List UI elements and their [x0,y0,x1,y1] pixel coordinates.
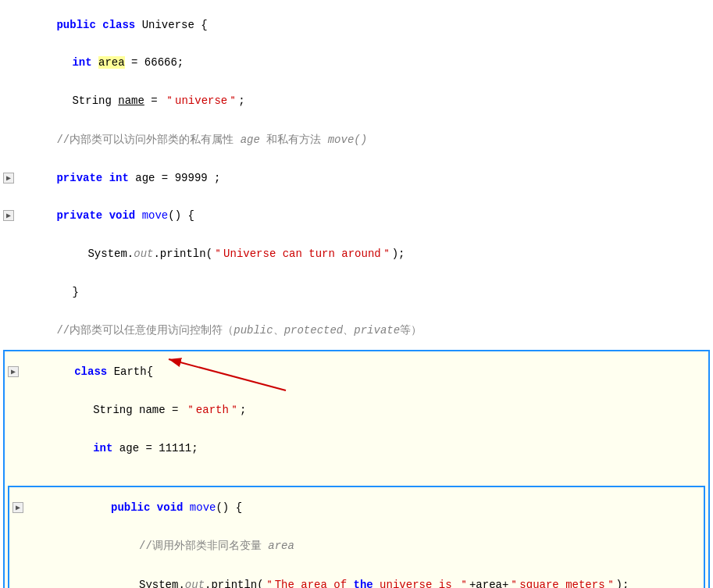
var-area: area [98,56,125,69]
println: .println( [153,248,212,260]
kw-int3: int [93,442,119,454]
the-word: the [354,579,373,588]
comment-access-mod: //内部类可以任意使用访问控制符（ [56,324,234,337]
class-earth-name: Earth{ [114,365,153,378]
code-text2: = [144,94,164,107]
str-the-area: ＂The area of [264,579,354,588]
line-2: int area = 66666; [0,44,713,81]
var-age: age [135,172,155,184]
line-9: //内部类可以任意使用访问控制符（public、protected、privat… [0,311,713,350]
method-move: move [142,209,169,222]
comment-public-kw: public [234,324,273,337]
sc2: ; [240,404,246,416]
comment-age: age [241,134,260,146]
semicolon: ; [238,94,244,107]
line-14: ▶ public void move() { [9,489,704,526]
comment-inner-access: //内部类可以访问外部类的私有属性 [56,134,240,146]
system2: System. [139,579,185,588]
line-15: //调用外部类非同名变量 area [9,526,704,565]
plus-area: +area+ [469,579,508,588]
line-4: //内部类可以访问外部类的私有属性 age 和私有方法 move() [0,120,713,159]
comment-private-kw: private [354,324,400,337]
out-italic2: out [185,579,205,588]
close-paren2: ); [616,579,629,588]
kw-public2: public [111,501,157,514]
comment-protected-kw: protected [284,324,344,337]
line-5: ▶ private int age = 99999 ; [0,159,713,197]
comment-sep: 、 [273,324,284,337]
method-move-earth: move [190,501,216,514]
comment-area: area [268,540,294,552]
equals: = [166,404,185,416]
fold-icon-14[interactable]: ▶ [12,502,23,513]
kw-class-earth: class [74,365,113,378]
str-turn-around: ＂Universe can turn around＂ [212,248,392,260]
line-11: String name = ＂earth＂; [5,390,708,429]
line-1: public class Universe { [0,6,713,44]
kw-int2: int [109,172,136,184]
code-text3: = 99999 ; [155,172,220,184]
line-8: } [0,273,713,311]
str-square: ＂square meters＂ [508,579,615,588]
method-paren2: () { [216,501,242,514]
kw-void: void [109,209,142,222]
println2: .println( [205,579,264,588]
line-16: System.out.println(＂The area of the univ… [9,565,704,588]
type-string2: String [93,404,139,416]
var-age-earth: age [119,442,139,454]
comment-sep2: 、 [343,324,354,337]
keyword-int: int [72,56,98,69]
line-13 [5,467,708,484]
kw-private2: private [56,209,109,222]
class-name-universe: Universe { [142,19,208,31]
code-editor: public class Universe { int area = 66666… [0,0,713,588]
kw-private: private [56,172,109,184]
str-universe: ＂universe＂ [164,94,238,107]
kw-void2: void [157,501,190,514]
comment-etc: 等） [400,324,422,337]
method-paren: () { [168,209,194,222]
type-string: String [72,94,118,107]
fold-icon-5[interactable]: ▶ [3,173,14,184]
comment-non-same: //调用外部类非同名变量 [139,540,268,552]
code-text4: = 11111; [139,442,198,454]
line-10: ▶ class Earth{ [5,353,708,390]
fold-icon-6[interactable]: ▶ [3,210,14,221]
code-text: = 66666; [125,56,184,69]
comment-move: move() [328,134,367,146]
close-paren: ); [392,248,405,260]
var-name: name [118,94,144,107]
system: System. [87,248,134,260]
move-method-block: ▶ public void move() { //调用外部类非同名变量 area… [8,486,705,588]
line-12: int age = 11111; [5,429,708,467]
var-name-earth: name [139,404,166,416]
line-6: ▶ private void move() { [0,197,713,234]
keyword-class: class [102,19,141,31]
line-3: String name = ＂universe＂; [0,81,713,120]
str-earth: ＂earth＂ [185,404,240,416]
fold-icon-10[interactable]: ▶ [8,366,19,377]
keyword-public: public [56,19,102,31]
earth-class-block: ▶ class Earth{ String name = ＂earth＂; in… [3,350,710,588]
close-brace-move: } [72,286,78,298]
comment-and: 和私有方法 [260,134,328,146]
out-italic: out [134,248,153,260]
line-7: System.out.println(＂Universe can turn ar… [0,234,713,273]
str-universe-is: universe is ＂ [373,579,469,588]
